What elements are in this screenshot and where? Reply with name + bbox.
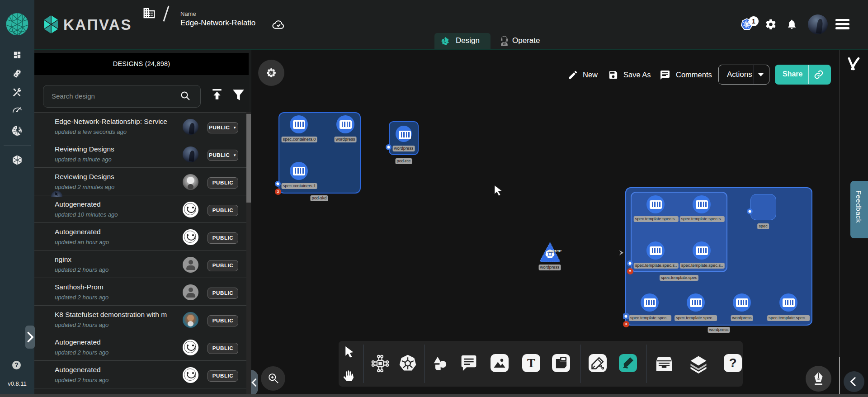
svg-text:KAΠVAS: KAΠVAS bbox=[63, 16, 132, 33]
